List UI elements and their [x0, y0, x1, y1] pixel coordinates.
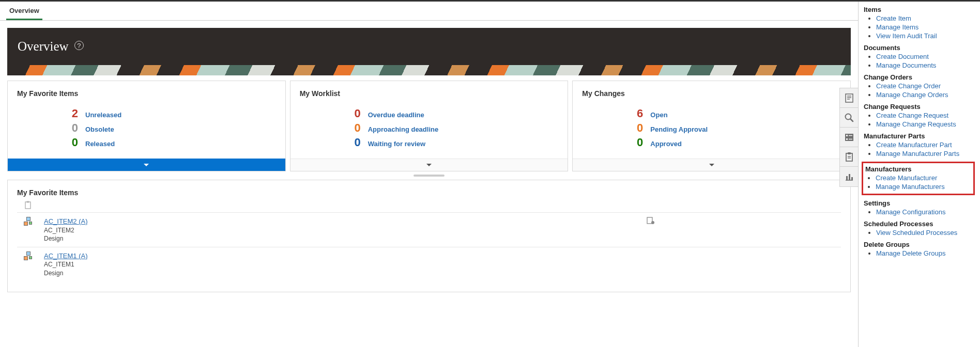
dock-search-icon[interactable] [840, 108, 858, 128]
card-expand-toggle[interactable] [290, 159, 568, 171]
stat-row[interactable]: 2Unreleased [67, 107, 276, 120]
sidebar-group-header: Settings [864, 199, 975, 207]
clipboard-small-icon[interactable] [24, 201, 841, 209]
sidebar-link[interactable]: Manage Items [876, 23, 918, 31]
stat-label[interactable]: Approaching deadline [368, 125, 439, 133]
sidebar-link-item: Create Manufacturer Part [876, 141, 975, 149]
sidebar-link[interactable]: View Item Audit Trail [876, 32, 937, 40]
item-code: AC_ITEM2 [44, 226, 88, 234]
sidebar-group: Change OrdersCreate Change OrderManage C… [864, 73, 975, 99]
svg-rect-8 [846, 138, 848, 140]
stat-label[interactable]: Overdue deadline [368, 111, 424, 119]
item-phase: Design [44, 269, 88, 277]
sidebar-link[interactable]: Create Item [876, 14, 911, 22]
item-row: AC_ITEM1 (A)AC_ITEM1Design [17, 247, 841, 281]
svg-rect-7 [846, 135, 848, 136]
stat-row[interactable]: 6Open [632, 107, 841, 120]
stat-label[interactable]: Waiting for review [368, 140, 425, 148]
drag-handle[interactable] [414, 175, 445, 177]
sidebar-link-item: Manage Change Orders [876, 91, 975, 99]
hero-pattern-strip [7, 65, 851, 75]
sidebar-group-header: Scheduled Processes [864, 220, 975, 228]
stat-label[interactable]: Released [85, 140, 115, 148]
stat-row[interactable]: 0Overdue deadline [349, 107, 559, 120]
sidebar-group: Delete GroupsManage Delete Groups [864, 241, 975, 257]
svg-rect-11 [846, 153, 852, 161]
item-link[interactable]: AC_ITEM2 (A) [44, 217, 88, 225]
sidebar-link-item: Manage Configurations [876, 208, 975, 216]
tab-overview[interactable]: Overview [6, 2, 42, 20]
card-expand-toggle[interactable] [8, 159, 285, 171]
chevron-down-icon [144, 164, 149, 166]
card-expand-toggle[interactable] [573, 159, 850, 171]
stat-label[interactable]: Obsolete [85, 125, 114, 133]
sidebar-link-item: Manage Documents [876, 61, 975, 69]
help-icon[interactable]: ? [74, 41, 84, 50]
sidebar-link-item: Manage Change Requests [876, 120, 975, 128]
sidebar-link-item: Create Change Request [876, 112, 975, 119]
svg-rect-16 [846, 176, 848, 180]
sidebar-link[interactable]: Create Manufacturer [876, 174, 937, 182]
sidebar-link[interactable]: Manage Manufacturer Parts [876, 150, 959, 157]
stat-label[interactable]: Open [650, 111, 667, 119]
sidebar-link[interactable]: Manage Manufacturers [876, 183, 945, 191]
stat-label[interactable]: Unreleased [85, 111, 121, 119]
svg-rect-0 [846, 94, 853, 102]
sidebar-link-item: View Scheduled Processes [876, 229, 975, 236]
stat-number: 2 [67, 107, 78, 120]
stat-label[interactable]: Pending Approval [650, 125, 708, 133]
sidebar-link[interactable]: Create Change Request [876, 112, 948, 119]
stat-number: 6 [632, 107, 643, 120]
sidebar-group: ItemsCreate ItemManage ItemsView Item Au… [864, 6, 975, 40]
card-title: My Worklist [300, 89, 559, 98]
sidebar-link[interactable]: Manage Documents [876, 61, 936, 69]
detail-panel: My Favorite Items AC_ITEM2 (A)AC_ITEM2De… [7, 180, 851, 292]
sidebar-link-item: Manage Manufacturers [876, 183, 971, 191]
item-link[interactable]: AC_ITEM1 (A) [44, 252, 88, 260]
sidebar-link[interactable]: Manage Configurations [876, 208, 945, 216]
sidebar-group: ManufacturersCreate ManufacturerManage M… [862, 162, 975, 195]
sidebar-group: DocumentsCreate DocumentManage Documents [864, 44, 975, 69]
svg-rect-17 [849, 174, 850, 180]
sidebar-group-header: Change Requests [864, 103, 975, 111]
sidebar-group: Scheduled ProcessesView Scheduled Proces… [864, 220, 975, 236]
stat-number: 0 [349, 121, 361, 135]
sidebar-link[interactable]: View Scheduled Processes [876, 229, 957, 236]
stat-number: 0 [349, 107, 361, 120]
stat-row[interactable]: 0Waiting for review [349, 136, 559, 149]
sidebar-link-item: Manage Delete Groups [876, 249, 975, 257]
sidebar-link[interactable]: Manage Change Orders [876, 91, 948, 99]
stat-number: 0 [632, 136, 643, 149]
summary-card-worklist: My Worklist0Overdue deadline0Approaching… [290, 81, 569, 171]
stat-row[interactable]: 0Released [67, 136, 276, 149]
sidebar-group: Manufacturer PartsCreate Manufacturer Pa… [864, 132, 975, 157]
sidebar-link[interactable]: Manage Delete Groups [876, 249, 945, 257]
stat-number: 0 [349, 136, 361, 149]
dock-clipboard-icon[interactable] [840, 147, 858, 167]
dock-page-icon[interactable] [840, 88, 858, 108]
sidebar-group-header: Documents [864, 44, 975, 52]
item-code: AC_ITEM1 [44, 260, 88, 269]
sidebar-group: Change RequestsCreate Change RequestMana… [864, 103, 975, 128]
stat-label[interactable]: Approved [650, 140, 682, 148]
sidebar-group-header: Items [864, 6, 975, 13]
summary-card-fav: My Favorite Items2Unreleased0Obsolete0Re… [7, 81, 286, 171]
svg-rect-20 [27, 201, 29, 203]
dock-checklist-icon[interactable] [840, 128, 858, 147]
sidebar-group-header: Change Orders [864, 73, 975, 81]
stat-row[interactable]: 0Approved [632, 136, 841, 149]
item-status-icon [647, 217, 655, 224]
sidebar-link[interactable]: Manage Change Requests [876, 120, 956, 128]
sidebar-link[interactable]: Create Document [876, 53, 929, 60]
dock-chart-icon[interactable] [840, 167, 858, 186]
sidebar-link-item: Create Item [876, 14, 975, 22]
stat-row[interactable]: 0Approaching deadline [349, 121, 559, 135]
stat-number: 0 [632, 121, 643, 135]
task-sidebar: ItemsCreate ItemManage ItemsView Item Au… [858, 2, 980, 347]
stat-row[interactable]: 0Pending Approval [632, 121, 841, 135]
stat-row[interactable]: 0Obsolete [67, 121, 276, 135]
sidebar-link[interactable]: Create Manufacturer Part [876, 141, 952, 149]
svg-point-22 [651, 221, 654, 224]
sidebar-link[interactable]: Create Change Order [876, 82, 941, 90]
sidebar-link-item: Create Change Order [876, 82, 975, 90]
